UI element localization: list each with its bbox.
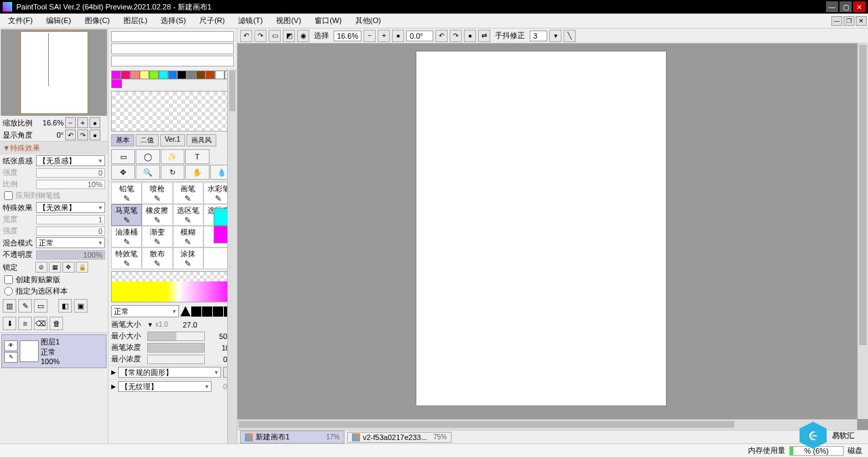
scratchpad-2[interactable] — [111, 43, 234, 54]
swatch-grid[interactable] — [111, 91, 234, 132]
midpanel-scrollbar[interactable] — [227, 69, 237, 443]
scratchpad-3[interactable] — [111, 56, 234, 66]
brush-shape-sq2[interactable] — [202, 306, 212, 317]
invert-sel-button[interactable]: ◩ — [283, 30, 295, 42]
new-layer-button[interactable]: ▥ — [3, 299, 16, 313]
minimize-button[interactable]: — — [826, 1, 838, 12]
tool-marquee[interactable]: ▭ — [111, 149, 135, 164]
swatch[interactable] — [177, 71, 186, 79]
menu-window[interactable]: 窗口(W) — [309, 14, 347, 27]
brush-density-slider[interactable] — [147, 343, 205, 353]
undo-button[interactable]: ↶ — [240, 30, 252, 42]
paper-texture-combo[interactable]: 【无质感】 — [36, 155, 105, 166]
menu-filter[interactable]: 滤镜(T) — [233, 14, 268, 27]
swatch[interactable] — [205, 71, 215, 79]
edit-icon[interactable]: ✎ — [4, 352, 18, 363]
flatten-button[interactable]: ≡ — [18, 317, 32, 330]
mdi-restore-button[interactable]: ❐ — [844, 16, 854, 26]
rotate-cw-button[interactable]: ↷ — [77, 130, 88, 140]
swatch[interactable] — [159, 71, 168, 79]
stabilizer-value[interactable]: 3 — [530, 31, 547, 41]
line-tool-button[interactable]: ╲ — [564, 30, 576, 42]
tool-rotate[interactable]: ↻ — [161, 165, 184, 180]
brush-shape-collapse[interactable]: ▶【常规的圆形】▾ — [108, 365, 237, 379]
menu-edit[interactable]: 编辑(E) — [41, 14, 77, 27]
tool-lasso[interactable]: ◯ — [136, 149, 159, 164]
mdi-close-button[interactable]: ✕ — [856, 16, 867, 26]
sfx-width-slider[interactable]: 1 — [36, 215, 105, 224]
brush-喷枪[interactable]: 喷枪✎ — [142, 182, 172, 204]
swatch[interactable] — [111, 79, 122, 88]
merge-down-button[interactable]: ⬇ — [3, 317, 16, 330]
horizontal-scrollbar[interactable] — [237, 419, 857, 430]
menu-ruler[interactable]: 尺子(R) — [194, 14, 230, 27]
swatch[interactable] — [111, 71, 121, 79]
swatch[interactable] — [215, 71, 224, 79]
clear-layer-button[interactable]: ⌫ — [34, 317, 47, 330]
brush-shape-tri[interactable] — [180, 306, 191, 317]
menu-view[interactable]: 视图(V) — [271, 14, 307, 27]
swatch[interactable] — [186, 71, 196, 79]
opacity-slider[interactable]: 100% — [36, 250, 105, 260]
menu-file[interactable]: 文件(F) — [3, 14, 38, 27]
canvas-surface[interactable] — [416, 52, 666, 405]
clipping-mask-checkbox[interactable] — [4, 275, 13, 284]
tooltab-binary[interactable]: 二值 — [136, 134, 159, 146]
menu-image[interactable]: 图像(C) — [79, 14, 115, 27]
zoom-in-button[interactable]: + — [77, 117, 88, 128]
vertical-scrollbar[interactable] — [857, 43, 868, 419]
doc-tab-1[interactable]: 新建画布117% — [240, 431, 344, 443]
menu-select[interactable]: 选择(S) — [155, 14, 191, 27]
brush-散布[interactable]: 散布✎ — [142, 247, 172, 269]
mask-button[interactable]: ◧ — [58, 299, 72, 313]
zoom-reset-button[interactable]: ● — [90, 117, 100, 128]
scratchpad-1[interactable] — [111, 31, 234, 42]
lock-position-button[interactable]: ✥ — [62, 262, 75, 273]
zoom-out-button[interactable]: − — [65, 117, 76, 128]
brush-渐变[interactable]: 渐变✎ — [142, 226, 172, 247]
swatch[interactable] — [121, 71, 130, 79]
toolbar-zoom[interactable]: 16.6% — [334, 31, 361, 41]
toolbar-angle[interactable]: 0.0° — [406, 31, 433, 41]
redo-button[interactable]: ↷ — [254, 30, 267, 42]
zoom-out-tb-button[interactable]: − — [363, 30, 376, 42]
paper-density-slider[interactable]: 0 — [36, 168, 105, 178]
rotate-ccw-button[interactable]: ↶ — [65, 130, 76, 140]
canvas-viewport[interactable] — [237, 43, 868, 430]
zoom-in-tb-button[interactable]: + — [378, 30, 390, 42]
deselect-button[interactable]: ▭ — [269, 30, 281, 42]
rotate-cw-tb-button[interactable]: ↷ — [450, 30, 462, 42]
tool-move[interactable]: ✥ — [111, 165, 135, 180]
tool-text[interactable]: T — [185, 149, 209, 164]
selection-source-radio[interactable] — [4, 287, 13, 296]
transfer-button[interactable]: ▣ — [74, 299, 87, 313]
apply-pen-checkbox[interactable] — [4, 191, 13, 200]
brush-画笔[interactable]: 画笔✎ — [173, 182, 203, 204]
swatch[interactable] — [149, 71, 159, 79]
menu-layer[interactable]: 图层(L) — [118, 14, 153, 27]
navigator-thumbnail[interactable] — [1, 29, 107, 116]
tooltab-painterly[interactable]: 画具风 — [186, 134, 216, 146]
brush-minsize-slider[interactable] — [147, 332, 205, 341]
angle-reset-button[interactable]: ● — [90, 130, 100, 140]
brush-mindensity-slider[interactable] — [147, 355, 205, 364]
visibility-icon[interactable]: 👁 — [4, 340, 18, 351]
maximize-button[interactable]: ▢ — [840, 1, 852, 12]
doc-tab-2[interactable]: v2-f53a0217e233...75% — [347, 432, 452, 443]
brush-涂抹[interactable]: 涂抹✎ — [173, 247, 203, 269]
brush-texture-collapse[interactable]: ▶【无纹理】0% — [108, 379, 237, 393]
rotate-ccw-tb-button[interactable]: ↶ — [435, 30, 448, 42]
zoom-fit-tb-button[interactable]: ● — [392, 30, 404, 42]
fx-section-header[interactable]: ▼特殊效果 — [0, 141, 108, 155]
swatch[interactable] — [168, 71, 178, 79]
tool-wand[interactable]: ✨ — [161, 149, 184, 164]
sfx-intensity-slider[interactable]: 0 — [36, 226, 105, 236]
brush-油漆桶[interactable]: 油漆桶✎ — [111, 226, 142, 247]
brush-shape-sq1[interactable] — [191, 306, 201, 317]
brush-blend-combo[interactable]: 正常 — [111, 305, 179, 317]
brush-马克笔[interactable]: 马克笔✎ — [111, 204, 142, 226]
mdi-minimize-button[interactable]: — — [831, 16, 842, 26]
tooltab-basic[interactable]: 基本 — [111, 134, 134, 146]
delete-layer-button[interactable]: 🗑 — [50, 317, 63, 330]
lock-pixels-button[interactable]: ▦ — [49, 262, 61, 273]
